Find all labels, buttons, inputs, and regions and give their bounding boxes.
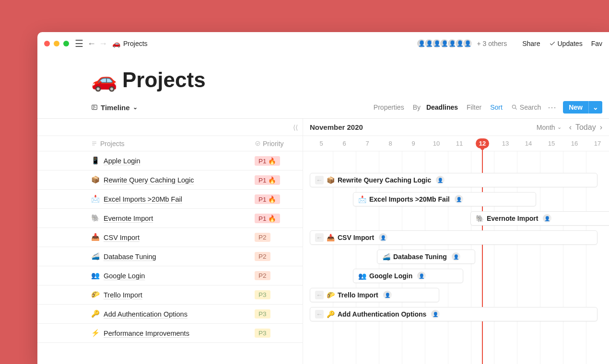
timeline-bar[interactable]: ←📦Rewrite Query Caching Logic👤 (310, 173, 597, 187)
timeline-bar[interactable]: ←🔑Add Authentication Options👤 (310, 307, 597, 321)
timeline-bar[interactable]: ←📥CSV Import👤 (310, 230, 597, 245)
page-header: 🚗 Projects (37, 55, 609, 97)
table-row[interactable]: 🌮Trello ImportP3 (37, 285, 303, 305)
priority-cell[interactable]: P3 (255, 329, 303, 338)
date-cell[interactable]: 15 (540, 140, 563, 147)
priority-cell[interactable]: P3 (255, 290, 303, 299)
priority-cell[interactable]: P1 🔥 (255, 175, 303, 185)
date-cell[interactable]: 9 (402, 140, 425, 147)
date-cell[interactable]: 10 (425, 140, 448, 147)
new-button-dropdown[interactable]: ⌄ (588, 101, 602, 114)
timeline-header: November 2020 Month ⌄ ‹ Today › (303, 119, 609, 136)
project-title-cell[interactable]: 🔑Add Authentication Options (91, 310, 255, 318)
bar-drag-handle-icon[interactable]: ← (315, 310, 324, 318)
assignee-avatar: 👤 (452, 252, 460, 261)
group-by-button[interactable]: By Deadlines (413, 103, 458, 111)
date-cell[interactable]: 14 (517, 140, 540, 147)
timeline-bar[interactable]: 🐘Evernote Import👤 (470, 211, 609, 226)
table-row[interactable]: 📩Excel Imports >20Mb FailP1 🔥 (37, 190, 303, 209)
project-title-cell[interactable]: 🌮Trello Import (91, 291, 255, 299)
project-title-cell[interactable]: 🚄Database Tuning (91, 252, 255, 261)
date-cell[interactable]: 13 (494, 140, 517, 147)
bar-title: Rewrite Query Caching Logic (338, 176, 431, 184)
others-count[interactable]: + 3 others (477, 40, 507, 47)
scale-label: Month (537, 124, 555, 131)
priority-cell[interactable]: P2 (255, 233, 303, 242)
date-cell[interactable]: 6 (333, 140, 356, 147)
bar-drag-handle-icon[interactable]: ← (315, 233, 324, 242)
minimize-window-icon[interactable] (54, 41, 59, 46)
timeline-bar[interactable]: ←🌮Trello Import👤 (310, 288, 439, 302)
priority-cell[interactable]: P1 🔥 (255, 156, 303, 166)
updates-button[interactable]: Updates (549, 40, 583, 47)
timeline-scale-select[interactable]: Month ⌄ (537, 124, 562, 131)
breadcrumb[interactable]: 🚗 Projects (112, 40, 148, 47)
project-title: Rewrite Query Caching Logic (104, 176, 194, 184)
bar-drag-handle-icon[interactable]: ← (315, 176, 324, 184)
project-emoji: 📩 (91, 195, 100, 203)
breadcrumb-emoji: 🚗 (112, 40, 120, 47)
project-title-cell[interactable]: 📩Excel Imports >20Mb Fail (91, 195, 255, 203)
properties-button[interactable]: Properties (374, 103, 404, 111)
table-row[interactable]: 📦Rewrite Query Caching LogicP1 🔥 (37, 171, 303, 190)
sort-button[interactable]: Sort (490, 103, 503, 111)
table-row[interactable]: 👥Google LoginP2 (37, 266, 303, 285)
project-title-cell[interactable]: 🐘Evernote Import (91, 214, 255, 222)
select-property-icon (255, 140, 261, 147)
timeline-body[interactable]: ←📦Rewrite Query Caching Logic👤📩Excel Imp… (303, 151, 609, 364)
new-button[interactable]: New ⌄ (563, 101, 602, 114)
view-selector[interactable]: Timeline ⌄ (91, 103, 138, 112)
priority-cell[interactable]: P1 🔥 (255, 214, 303, 223)
collapse-left-button[interactable]: ⟨⟨ (37, 119, 303, 136)
date-cell[interactable]: 8 (379, 140, 402, 147)
bar-drag-handle-icon[interactable]: ← (315, 291, 324, 299)
date-cell[interactable]: 5 (310, 140, 333, 147)
projects-column-header[interactable]: Projects (91, 140, 255, 148)
project-title-cell[interactable]: 📱Apple Login (91, 157, 255, 165)
project-title: Performance Improvements (104, 330, 189, 337)
priority-cell[interactable]: P2 (255, 252, 303, 261)
bar-emoji: 📥 (327, 234, 335, 241)
timeline-bar[interactable]: 👥Google Login👤 (353, 269, 463, 283)
priority-column-header[interactable]: Priority (255, 140, 303, 148)
priority-cell[interactable]: P1 🔥 (255, 194, 303, 204)
maximize-window-icon[interactable] (63, 41, 69, 46)
table-row[interactable]: 📱Apple LoginP1 🔥 (37, 151, 303, 171)
nav-forward-icon[interactable]: → (99, 39, 107, 49)
next-period-icon[interactable]: › (600, 123, 602, 132)
table-row[interactable]: 🔑Add Authentication OptionsP3 (37, 305, 303, 324)
favorite-button[interactable]: Fav (591, 40, 602, 47)
page-title-text: Projects (122, 68, 206, 92)
bar-title: Add Authentication Options (338, 310, 426, 318)
date-cell[interactable]: 16 (563, 140, 586, 147)
nav-back-icon[interactable]: ← (87, 39, 96, 49)
date-cell[interactable]: 11 (448, 140, 471, 147)
today-button[interactable]: Today (575, 123, 596, 132)
project-title-cell[interactable]: 👥Google Login (91, 272, 255, 280)
filter-button[interactable]: Filter (467, 103, 481, 111)
table-row[interactable]: 📥CSV ImportP2 (37, 228, 303, 247)
project-title-cell[interactable]: 📦Rewrite Query Caching Logic (91, 176, 255, 184)
table-row[interactable]: 🐘Evernote ImportP1 🔥 (37, 209, 303, 228)
hamburger-menu-icon[interactable]: ☰ (75, 38, 83, 49)
table-row[interactable]: 🚄Database TuningP2 (37, 247, 303, 266)
bar-title: Google Login (369, 272, 412, 280)
prev-period-icon[interactable]: ‹ (569, 123, 572, 132)
timeline-bar[interactable]: 📩Excel Imports >20Mb Fail👤 (353, 192, 536, 206)
collaborator-avatars[interactable]: 👤 👤 👤 👤 👤 👤 👤 (419, 38, 473, 49)
close-window-icon[interactable] (44, 41, 50, 46)
more-options-button[interactable]: ⋯ (548, 102, 556, 113)
project-title-cell[interactable]: ⚡Performance Improvements (91, 329, 255, 337)
table-row[interactable]: ⚡Performance ImprovementsP3 (37, 324, 303, 343)
bar-title: Database Tuning (393, 253, 447, 261)
priority-cell[interactable]: P3 (255, 309, 303, 318)
page-title[interactable]: 🚗 Projects (91, 68, 601, 92)
project-title-cell[interactable]: 📥CSV Import (91, 233, 255, 241)
timeline-bar[interactable]: 🚄Database Tuning👤 (377, 250, 475, 264)
bar-title: Excel Imports >20Mb Fail (369, 195, 450, 203)
date-cell[interactable]: 17 (586, 140, 609, 147)
date-cell[interactable]: 7 (356, 140, 379, 147)
search-button[interactable]: Search (511, 103, 541, 111)
priority-cell[interactable]: P2 (255, 271, 303, 280)
share-button[interactable]: Share (522, 40, 540, 47)
